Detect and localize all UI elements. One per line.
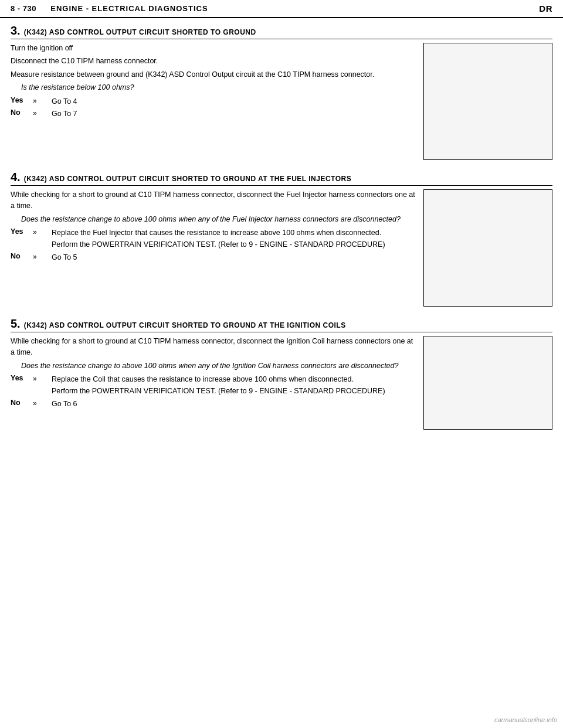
step-4-content: While checking for a short to ground at …	[11, 189, 552, 307]
step-4-no-text: Go To 5	[52, 252, 418, 263]
step-3-no-arrow: »	[33, 108, 49, 117]
step-4-section: 4. (K342) ASD CONTROL OUTPUT CIRCUIT SHO…	[11, 171, 552, 307]
step-5-header: 5. (K342) ASD CONTROL OUTPUT CIRCUIT SHO…	[11, 317, 552, 332]
step-3-content: Turn the ignition off Disconnect the C10…	[11, 43, 552, 160]
header-separator	[41, 4, 46, 13]
step-4-yes-arrow: »	[33, 227, 49, 236]
step-5-yes-text: Replace the Coil that causes the resista…	[52, 374, 418, 397]
step-3-body-2: Disconnect the C10 TIPM harness connecto…	[11, 56, 418, 67]
step-4-yes-line2: Perform the POWERTRAIN VERIFICATION TEST…	[52, 240, 385, 249]
step-4-number: 4.	[11, 171, 21, 184]
step-4-title: (K342) ASD CONTROL OUTPUT CIRCUIT SHORTE…	[24, 175, 352, 183]
step-4-no-arrow: »	[33, 252, 49, 261]
step-3-section: 3. (K342) ASD CONTROL OUTPUT CIRCUIT SHO…	[11, 24, 552, 160]
step-4-yes-label: Yes	[11, 227, 33, 236]
step-4-yes-text: Replace the Fuel Injector that causes th…	[52, 227, 418, 250]
step-5-number: 5.	[11, 317, 21, 331]
step-3-answer-yes: Yes » Go To 4	[11, 96, 418, 107]
step-4-image	[423, 189, 552, 307]
step-5-image	[423, 336, 552, 430]
step-5-no-arrow: »	[33, 399, 49, 407]
step-3-yes-label: Yes	[11, 96, 33, 104]
step-3-no-text: Go To 7	[52, 108, 418, 120]
step-5-yes-arrow: »	[33, 374, 49, 383]
step-4-no-label: No	[11, 252, 33, 260]
step-5-question: Does the resistance change to above 100 …	[21, 360, 418, 372]
step-3-left: Turn the ignition off Disconnect the C10…	[11, 43, 418, 160]
step-3-image	[423, 43, 552, 160]
section-title: ENGINE - ELECTRICAL DIAGNOSTICS	[50, 4, 208, 13]
step-3-question: Is the resistance below 100 ohms?	[21, 82, 418, 93]
step-5-no-text: Go To 6	[52, 399, 418, 410]
step-4-yes-line1: Replace the Fuel Injector that causes th…	[52, 229, 381, 237]
step-4-body-1: While checking for a short to ground at …	[11, 189, 418, 212]
step-5-body-1: While checking for a short to ground at …	[11, 336, 418, 359]
step-5-section: 5. (K342) ASD CONTROL OUTPUT CIRCUIT SHO…	[11, 317, 552, 430]
step-5-title: (K342) ASD CONTROL OUTPUT CIRCUIT SHORTE…	[24, 321, 346, 329]
step-3-yes-text: Go To 4	[52, 96, 418, 107]
step-3-body-1: Turn the ignition off	[11, 43, 418, 54]
step-5-no-label: No	[11, 399, 33, 407]
step-5-answer-yes: Yes » Replace the Coil that causes the r…	[11, 374, 418, 397]
step-5-yes-line1: Replace the Coil that causes the resista…	[52, 375, 354, 383]
step-3-number: 3.	[11, 24, 21, 38]
page-header: 8 - 730 ENGINE - ELECTRICAL DIAGNOSTICS …	[0, 0, 563, 18]
step-4-answer-no: No » Go To 5	[11, 252, 418, 263]
step-4-header: 4. (K342) ASD CONTROL OUTPUT CIRCUIT SHO…	[11, 171, 552, 186]
step-4-answer-yes: Yes » Replace the Fuel Injector that cau…	[11, 227, 418, 250]
step-5-yes-label: Yes	[11, 374, 33, 382]
step-3-answer-no: No » Go To 7	[11, 108, 418, 120]
step-5-left: While checking for a short to ground at …	[11, 336, 418, 430]
step-5-answer-no: No » Go To 6	[11, 399, 418, 410]
step-5-content: While checking for a short to ground at …	[11, 336, 552, 430]
step-3-no-label: No	[11, 108, 33, 117]
dr-label: DR	[539, 4, 552, 13]
step-3-body-3: Measure resistance between ground and (K…	[11, 69, 418, 80]
step-3-header: 3. (K342) ASD CONTROL OUTPUT CIRCUIT SHO…	[11, 24, 552, 39]
page-number: 8 - 730	[11, 4, 36, 13]
page-body: 3. (K342) ASD CONTROL OUTPUT CIRCUIT SHO…	[0, 18, 563, 446]
step-4-left: While checking for a short to ground at …	[11, 189, 418, 307]
step-4-question: Does the resistance change to above 100 …	[21, 214, 418, 225]
step-3-title: (K342) ASD CONTROL OUTPUT CIRCUIT SHORTE…	[24, 28, 256, 36]
step-5-yes-line2: Perform the POWERTRAIN VERIFICATION TEST…	[52, 387, 385, 395]
step-3-yes-arrow: »	[33, 96, 49, 105]
watermark: carmanualsonline.info	[494, 716, 557, 723]
